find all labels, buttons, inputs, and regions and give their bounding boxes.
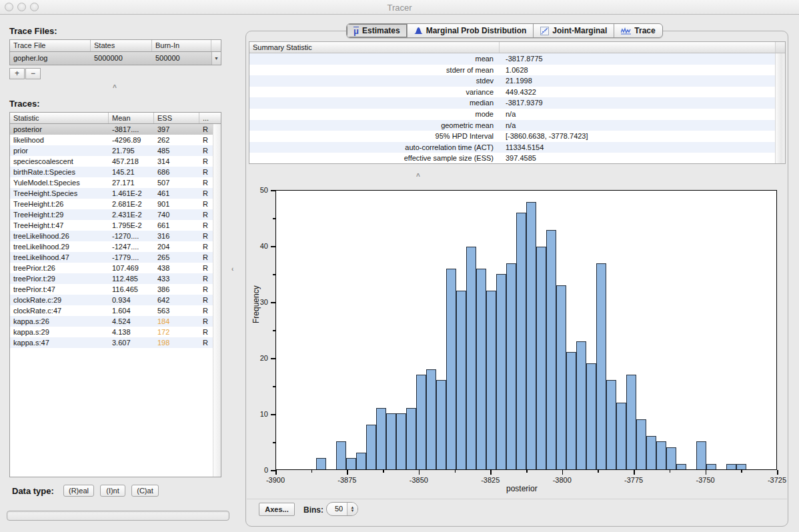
collapse-summary-handle[interactable]: ^ [416,173,420,180]
statistic-mean: 145.21 [109,167,154,177]
trace-statistic-row[interactable]: TreeHeight.t:262.681E-2901R [10,199,221,209]
tab-marginal-prob-distribution[interactable]: Marginal Prob Distribution [408,24,534,37]
summary-header-label[interactable]: Summary Statistic [249,42,500,53]
column-header-burnin[interactable]: Burn-In [152,40,211,51]
tab-joint-marginal-label: Joint-Marginal [552,26,607,35]
trace-file-burnin: 500000 [152,52,211,65]
statistic-type: R [199,188,213,199]
summary-stat-value: n/a [500,120,785,131]
statistic-type: R [199,263,213,273]
summary-row[interactable]: auto-correlation time (ACT)11334.5154 [249,142,785,153]
summary-scrollbar[interactable] [775,53,785,163]
trace-statistic-row[interactable]: kappa.s:264.524184R [10,316,221,327]
summary-stat-value: 11334.5154 [500,142,785,153]
column-header-mean[interactable]: Mean [109,113,154,123]
summary-row[interactable]: stdev21.1998 [249,75,785,87]
summary-row[interactable]: variance449.4322 [249,87,785,98]
histogram-bar [566,352,576,469]
column-header-states[interactable]: States [91,40,152,51]
remove-trace-file-button[interactable]: − [25,68,41,79]
x-axis-tick-label: -3875 [327,476,367,484]
x-axis-tick [419,470,420,475]
summary-row[interactable]: geometric meann/a [249,120,785,131]
trace-statistic-row[interactable]: treePrior.t:29112.485433R [10,273,221,284]
statistic-name: posterior [10,124,109,135]
histogram-bar [666,447,676,469]
tab-trace[interactable]: Trace [614,24,662,37]
y-axis-tick-label: 50 [248,186,268,194]
trace-statistic-row[interactable]: speciescoalescent457.218314R [10,156,221,167]
bins-spinner[interactable]: 50 ▲ ▼ [326,502,358,516]
histogram-bar [636,419,646,469]
trace-statistic-row[interactable]: TreeHeight.Species1.461E-2461R [10,188,221,199]
trace-statistic-row[interactable]: clockRate.c:290.934642R [10,295,221,305]
x-axis-minor-tick [526,470,528,473]
summary-row[interactable]: effective sample size (ESS)397.4585 [249,153,785,164]
trace-statistic-row[interactable]: YuleModel.t:Species27.171507R [10,177,221,188]
trace-file-row[interactable]: gopher.log5000000500000▼ [10,52,221,65]
trace-statistic-row[interactable]: treeLikelihood.26-1270....316R [10,231,221,241]
statistic-type: R [199,135,213,145]
x-axis-tick-label: -3825 [470,476,510,484]
y-axis-tick-label: 30 [248,298,268,306]
summary-row[interactable]: median-3817.9379 [249,97,785,109]
statistic-type: R [199,273,213,284]
summary-stat-name: effective sample size (ESS) [249,153,500,164]
window-title: Tracer [0,3,799,13]
axes-settings-button[interactable]: Axes... [259,503,295,516]
y-axis-tick [271,470,275,471]
trace-statistic-row[interactable]: kappa.s:473.607198R [10,337,221,348]
data-type-real-button[interactable]: (R)eal [63,485,94,497]
splitter-handle[interactable]: ‹ [231,265,233,273]
bins-stepper[interactable]: ▲ ▼ [347,503,357,515]
summary-row[interactable]: stderr of mean1.0628 [249,65,785,76]
add-trace-file-button[interactable]: + [9,68,25,79]
title-bar: Tracer [0,0,799,15]
chevron-down-icon[interactable]: ▼ [211,52,221,65]
trace-statistic-row[interactable]: TreeHeight.t:292.431E-2740R [10,209,221,220]
trace-statistic-row[interactable]: posterior-3817....397R [10,124,221,135]
data-type-label: Data type: [12,486,54,496]
statistic-name: clockRate.c:47 [10,305,109,316]
statistic-ess: 485 [154,145,199,156]
trace-statistic-row[interactable]: treeLikelihood.47-1779....265R [10,252,221,263]
statistic-ess: 314 [154,156,199,167]
tab-estimates[interactable]: μ Estimates [347,24,408,37]
x-axis-tick-label: -3900 [255,476,295,484]
tab-estimates-label: Estimates [362,26,400,35]
statistic-ess: 262 [154,135,199,145]
column-header-more[interactable]: ... [199,113,221,123]
summary-statistics-table[interactable]: Summary Statistic mean-3817.8775stderr o… [249,41,786,164]
trace-statistic-row[interactable]: prior21.795485R [10,145,221,156]
x-axis-minor-tick [741,470,742,473]
tab-joint-marginal[interactable]: Joint-Marginal [534,24,614,37]
column-header-ess[interactable]: ESS [154,113,199,123]
trace-statistic-row[interactable]: treePrior.t:47116.465386R [10,284,221,295]
stepper-down-icon[interactable]: ▼ [351,509,355,513]
statistic-ess: 397 [154,124,199,135]
trace-statistic-row[interactable]: clockRate.c:471.604563R [10,305,221,316]
trace-statistic-row[interactable]: treeLikelihood.29-1247....204R [10,241,221,252]
collapse-trace-files-handle[interactable]: ^ [113,84,117,91]
statistic-type: R [199,316,213,327]
column-header-trace-file[interactable]: Trace File [10,40,91,51]
tab-marginal-label: Marginal Prob Distribution [426,26,527,35]
column-header-statistic[interactable]: Statistic [10,113,109,123]
histogram-bar [586,363,596,469]
data-type-int-button[interactable]: (I)nt [100,485,125,497]
histogram-bar [526,202,536,469]
traces-table[interactable]: Statistic Mean ESS ... posterior-3817...… [9,112,221,477]
traces-scrollbar[interactable] [213,124,221,477]
summary-row[interactable]: 95% HPD Interval[-3860.6638, -3778.7423] [249,131,785,142]
trace-statistic-row[interactable]: birthRate.t:Species145.21686R [10,167,221,177]
trace-statistic-row[interactable]: likelihood-4296.89262R [10,135,221,145]
summary-row[interactable]: moden/a [249,109,785,120]
x-axis-tick [634,470,635,475]
trace-files-table[interactable]: Trace File States Burn-In gopher.log5000… [9,39,221,65]
data-type-cat-button[interactable]: (C)at [131,485,159,497]
summary-row[interactable]: mean-3817.8775 [249,53,785,65]
trace-statistic-row[interactable]: treePrior.t:26107.469438R [10,263,221,273]
trace-statistic-row[interactable]: TreeHeight.t:471.795E-2661R [10,220,221,231]
progress-bar [7,511,229,521]
trace-statistic-row[interactable]: kappa.s:294.138172R [10,327,221,337]
